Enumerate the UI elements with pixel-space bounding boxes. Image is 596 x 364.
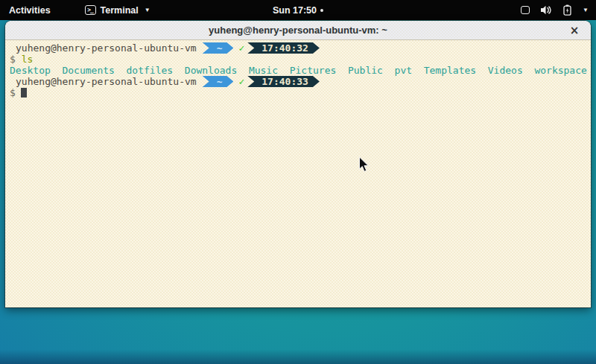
network-icon [521, 6, 530, 14]
prompt-time-segment: 17:40:33 [247, 76, 320, 87]
status-check-icon: ✓ [238, 42, 244, 54]
prompt-dollar: $ [10, 87, 16, 98]
terminal-cursor [21, 88, 27, 98]
prompt-line-2: yuheng@henry-personal-ubuntu-vm ~ ✓ 17:4… [10, 76, 586, 87]
prompt-path-segment: ~ [203, 42, 234, 54]
ls-output-line: Desktop Documents dotfiles Downloads Mus… [10, 65, 586, 76]
gnome-top-bar: Activities >_ Terminal ▼ Sun 17:50 ▼ [0, 0, 596, 20]
terminal-content[interactable]: yuheng@henry-personal-ubuntu-vm ~ ✓ 17:4… [5, 40, 591, 307]
chevron-down-icon: ▼ [583, 7, 589, 13]
app-menu-label: Terminal [101, 5, 139, 16]
terminal-window: yuheng@henry-personal-ubuntu-vm: ~ × yuh… [5, 21, 591, 307]
close-icon[interactable]: × [565, 21, 583, 40]
prompt-line-1: yuheng@henry-personal-ubuntu-vm ~ ✓ 17:4… [10, 42, 586, 54]
command-line-1: $ ls [10, 54, 586, 65]
prompt-user: yuheng@henry-personal-ubuntu-vm [10, 42, 197, 54]
chevron-down-icon: ▼ [145, 7, 150, 13]
command-text: ls [22, 54, 34, 65]
clock-button[interactable]: Sun 17:50 [273, 0, 323, 20]
volume-icon [541, 5, 552, 15]
window-titlebar[interactable]: yuheng@henry-personal-ubuntu-vm: ~ × [5, 21, 591, 40]
system-menu-button[interactable]: ▼ [515, 0, 596, 20]
activities-button[interactable]: Activities [0, 0, 60, 20]
window-title: yuheng@henry-personal-ubuntu-vm: ~ [209, 25, 387, 36]
app-menu-button[interactable]: >_ Terminal ▼ [80, 0, 155, 20]
activities-label: Activities [9, 5, 51, 16]
command-line-2: $ [10, 87, 586, 98]
prompt-time-segment: 17:40:32 [247, 42, 320, 54]
prompt-path-segment: ~ [203, 76, 234, 87]
mouse-cursor [358, 156, 370, 173]
prompt-dollar: $ [10, 54, 16, 65]
clock-label: Sun 17:50 [273, 5, 317, 16]
terminal-app-icon: >_ [85, 5, 96, 15]
prompt-user: yuheng@henry-personal-ubuntu-vm [10, 76, 197, 87]
battery-charging-icon [563, 4, 571, 16]
notification-dot-icon [320, 9, 323, 12]
status-check-icon: ✓ [238, 76, 244, 87]
